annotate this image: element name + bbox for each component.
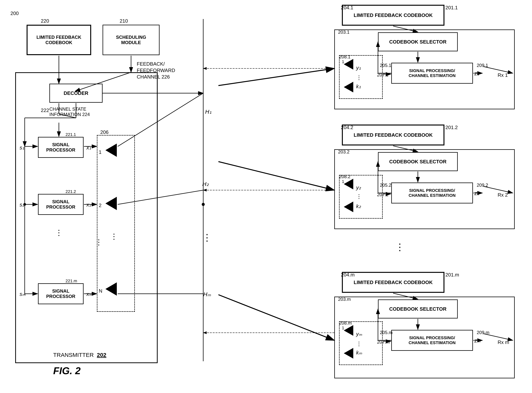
- rx2-output-ref: 209.2: [477, 182, 488, 188]
- ant2-num: 2: [99, 202, 101, 208]
- dots-ant: ⋮: [110, 232, 118, 241]
- svg-line-25: [218, 162, 334, 190]
- zm-label: zₘ: [474, 338, 480, 344]
- rx1-ant1-num: 1: [342, 59, 344, 64]
- dots-rxm: ⋮: [356, 340, 362, 347]
- x2-label: x₂: [86, 201, 91, 208]
- rx1-label: Rx 1: [498, 72, 508, 78]
- sp2-ref: 221.2: [66, 189, 76, 194]
- rx1-outer-ref: 203.1: [338, 29, 350, 35]
- rx2-lfc-box: LIMITED FEEDBACK CODEBOOK: [342, 124, 444, 145]
- s1-label: s₁: [19, 144, 24, 151]
- channel-label: FEEDBACK/FEEDFORWARDCHANNEL 226: [137, 61, 175, 80]
- rx1-ant-k1: [344, 82, 353, 92]
- antenna-array-ref: 206: [100, 129, 108, 135]
- dots-receivers: ⋮: [395, 241, 405, 252]
- rx1-sp-box: SIGNAL PROCESSING/CHANNEL ESTIMATION: [391, 63, 473, 84]
- rxm-ant-1: [344, 325, 353, 336]
- diagram-ref: 200: [10, 10, 19, 16]
- dots-rx2: ⋮: [356, 193, 362, 200]
- rxm-lfc-local-ref: 204.m: [341, 272, 355, 278]
- k2-label: k₂: [356, 203, 361, 209]
- rx2-ant-ref: 208.2: [339, 174, 350, 179]
- h2-label: H₂: [202, 181, 209, 187]
- rx1-codebook-selector: CODEBOOK SELECTOR: [378, 32, 458, 51]
- left-limited-feedback-codebook: LIMITED FEEDBACK CODEBOOK: [27, 25, 91, 55]
- xm-label: xₘ: [86, 291, 92, 297]
- fig-label: FIG. 2: [53, 365, 81, 376]
- rxm-sp-box: SIGNAL PROCESSING/CHANNEL ESTIMATION: [391, 330, 473, 351]
- rx2-lfc-local-ref: 204.2: [341, 124, 353, 130]
- rxm-lfc-ref: 201.m: [445, 272, 459, 278]
- transmitter-ref: 202: [97, 352, 106, 358]
- csi-ref-line: 222: [41, 108, 49, 113]
- km-label: kₘ: [356, 349, 362, 356]
- rx1-lfc-box: LIMITED FEEDBACK CODEBOOK: [342, 5, 444, 26]
- rx2-ant-k2: [344, 201, 353, 212]
- sm-label: sₘ: [19, 291, 25, 297]
- y2-label: y₂: [356, 184, 361, 191]
- y1-label: y₁: [356, 65, 361, 71]
- signal-processor-m: SIGNALPROCESSOR: [38, 283, 84, 304]
- rx2-lfc-ref: 201.2: [445, 124, 458, 130]
- dots-rx1: ⋮: [356, 74, 362, 81]
- rx1-output-ref: 209.1: [477, 63, 488, 68]
- svg-line-26: [218, 295, 334, 340]
- hm-label: Hₘ: [203, 291, 211, 298]
- rx2-codebook-selector: CODEBOOK SELECTOR: [378, 152, 458, 171]
- dots-sp: ⋮: [55, 228, 63, 237]
- k1-label: k₁: [356, 83, 361, 89]
- antenna-N: [105, 282, 117, 296]
- sp1-ref: 221.1: [66, 132, 76, 137]
- rxm-codebook-selector: CODEBOOK SELECTOR: [378, 300, 458, 319]
- decoder-box: DECODER: [49, 84, 103, 103]
- signal-processor-1: SIGNALPROCESSOR: [38, 137, 84, 158]
- rx1-ant-1: [344, 59, 353, 70]
- antenna-2: [105, 197, 117, 210]
- signal-processor-2: SIGNALPROCESSOR: [38, 194, 84, 215]
- dots-h: ⋮: [202, 232, 212, 243]
- rxm-lfc-box: LIMITED FEEDBACK CODEBOOK: [342, 272, 444, 293]
- z2-label: z₂: [474, 190, 479, 196]
- s2-label: s₂: [19, 201, 24, 208]
- transmitter-label: TRANSMITTER: [53, 352, 94, 358]
- ant1-num: 1: [99, 149, 101, 155]
- rx2-label: Rx 2: [498, 192, 508, 198]
- diagram-container: 200 LIMITED FEEDBACK CODEBOOK 220 SCHEDU…: [0, 0, 532, 393]
- rxm-ant-ref: 208.m: [339, 320, 352, 326]
- rxm-outer-ref: 203.m: [338, 297, 351, 302]
- rx1-lfc-ref: 201.1: [445, 5, 458, 11]
- x1-label: x₁: [86, 144, 91, 151]
- rxm-ant1-num: 1: [342, 325, 344, 330]
- scheduling-module: SCHEDULINGMODULE: [103, 25, 159, 55]
- rx2-outer-ref: 203.2: [338, 149, 350, 155]
- rx2-ant1-num: 1: [342, 179, 344, 184]
- rx2-ant-1: [344, 179, 353, 189]
- ym-label: yₘ: [356, 331, 362, 337]
- rx1-ant-ref: 208.1: [339, 54, 350, 59]
- rxm-ant-km: [344, 348, 353, 359]
- rxm-output-ref: 209.m: [477, 330, 489, 335]
- svg-line-24: [218, 69, 334, 86]
- rx1-lfc-local-ref: 204.1: [341, 5, 353, 11]
- antenna-1: [105, 143, 117, 157]
- channel-state-label: CHANNEL STATEINFORMATION 224: [49, 107, 90, 117]
- spm-ref: 221.m: [66, 279, 77, 284]
- h1-label: H₁: [205, 108, 211, 115]
- z1-label: z₁: [474, 70, 479, 77]
- rxm-label: Rx m: [498, 339, 509, 345]
- left-lfc-ref: 220: [41, 18, 49, 24]
- rx2-sp-box: SIGNAL PROCESSING/CHANNEL ESTIMATION: [391, 182, 473, 203]
- scheduling-ref: 210: [120, 18, 128, 24]
- svg-point-27: [202, 203, 205, 206]
- antN-num: N: [99, 288, 102, 294]
